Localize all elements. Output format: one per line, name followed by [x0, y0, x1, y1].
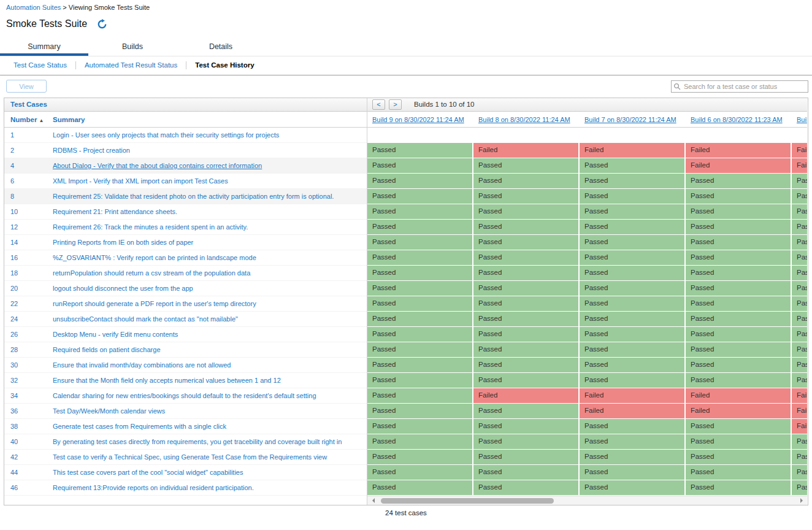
- build-column-header[interactable]: Build 7 on 8/30/2022 11:24 AM: [580, 112, 686, 127]
- build-column-header[interactable]: Build 9 on 8/30/2022 11:24 AM: [367, 112, 473, 127]
- build-column-header[interactable]: Build 8 on 8/30/2022 11:24 AM: [473, 112, 580, 127]
- test-case-history-grid: Test Cases Number▲ Summary 1Login - User…: [4, 98, 808, 505]
- tab-summary[interactable]: Summary: [0, 37, 88, 56]
- test-case-number[interactable]: 12: [10, 223, 18, 231]
- build-column-header[interactable]: Build 6 on 8/30/2022 11:23 AM: [686, 112, 792, 127]
- test-case-number[interactable]: 20: [10, 285, 18, 292]
- status-cell: Passed: [473, 434, 580, 450]
- build-column-header[interactable]: Build 5 on 8/30/2022 11:23 AM: [792, 112, 807, 127]
- test-case-number[interactable]: 1: [10, 131, 14, 139]
- test-case-link[interactable]: This test case covers part of the cool "…: [53, 469, 243, 476]
- test-case-link[interactable]: runReport should generate a PDF report i…: [53, 300, 256, 307]
- status-cell: Passed: [367, 250, 473, 266]
- test-case-link[interactable]: Printing Reports from IE on both sides o…: [53, 239, 193, 246]
- subtab-test-case-status[interactable]: Test Case Status: [5, 61, 76, 69]
- test-case-link[interactable]: returnPopulation should return a csv str…: [53, 269, 250, 277]
- status-cell: Passed: [792, 373, 807, 388]
- number-column-label: Number: [10, 116, 37, 123]
- test-case-link[interactable]: logout should disconnect the user from t…: [53, 285, 193, 292]
- test-case-number[interactable]: 32: [10, 377, 18, 384]
- breadcrumb-link-automation-suites[interactable]: Automation Suites: [6, 4, 61, 11]
- status-cell: Passed: [367, 358, 473, 373]
- test-case-link[interactable]: Desktop Menu - verify Edit menu contents: [53, 331, 178, 338]
- test-case-link[interactable]: Ensure that invalid month/day combinatio…: [53, 361, 231, 369]
- test-case-link[interactable]: RDBMS - Project creation: [53, 147, 130, 154]
- test-case-link[interactable]: Test case to verify a Technical Spec, us…: [53, 453, 327, 461]
- status-cell: Passed: [686, 266, 792, 281]
- number-column-header[interactable]: Number▲: [4, 112, 53, 127]
- scroll-right-icon[interactable]: [800, 498, 805, 503]
- test-case-link[interactable]: About Dialog - Verify that the about dia…: [53, 162, 262, 169]
- status-row: PassedPassedPassedPassedPassed: [367, 373, 807, 388]
- test-case-number[interactable]: 18: [10, 269, 18, 277]
- test-case-number[interactable]: 44: [10, 469, 18, 476]
- status-cell: Passed: [367, 220, 473, 235]
- test-case-number[interactable]: 40: [10, 438, 18, 445]
- test-case-number[interactable]: 34: [10, 392, 18, 399]
- status-cell: [686, 128, 792, 143]
- scrollbar-thumb[interactable]: [381, 498, 554, 504]
- scrollbar-track[interactable]: [377, 497, 798, 504]
- status-cell: Passed: [580, 312, 686, 327]
- status-cell: Passed: [792, 235, 807, 250]
- status-cell: Passed: [473, 250, 580, 266]
- test-case-number[interactable]: 14: [10, 239, 18, 246]
- test-case-number[interactable]: 16: [10, 254, 18, 261]
- summary-column-header[interactable]: Summary: [53, 112, 85, 127]
- test-case-number[interactable]: 22: [10, 300, 18, 307]
- test-case-link[interactable]: Ensure that the Month field only accepts…: [53, 377, 281, 384]
- test-case-link[interactable]: Requirement 21: Print attendance sheets.: [53, 208, 177, 215]
- test-case-link[interactable]: By generating test cases directly from r…: [53, 438, 342, 445]
- status-cell: Failed: [792, 404, 807, 419]
- test-case-number[interactable]: 2: [10, 147, 14, 154]
- test-case-number[interactable]: 38: [10, 423, 18, 430]
- test-case-number[interactable]: 8: [10, 193, 14, 200]
- test-case-number[interactable]: 4: [10, 162, 14, 169]
- test-case-link[interactable]: %Z_OSVARIANT% : Verify report can be pri…: [53, 254, 256, 261]
- test-case-link[interactable]: Requirement 13:Provide reports on indivi…: [53, 484, 254, 491]
- refresh-icon[interactable]: [97, 19, 107, 29]
- build-headers: Build 9 on 8/30/2022 11:24 AMBuild 8 on …: [367, 112, 807, 128]
- test-case-link[interactable]: Login - User sees only projects that mat…: [53, 131, 279, 139]
- tab-builds[interactable]: Builds: [88, 37, 177, 56]
- horizontal-scrollbar[interactable]: [367, 496, 807, 505]
- status-cell: Passed: [686, 235, 792, 250]
- test-case-number[interactable]: 6: [10, 177, 14, 185]
- status-cell: Passed: [686, 373, 792, 388]
- test-case-number[interactable]: 36: [10, 407, 18, 415]
- status-cell: Passed: [367, 388, 473, 404]
- scroll-left-icon[interactable]: [370, 498, 375, 503]
- test-case-number[interactable]: 42: [10, 453, 18, 461]
- test-case-link[interactable]: XML Import - Verify that XML import can …: [53, 177, 228, 185]
- subtab-automated-test-result-status[interactable]: Automated Test Result Status: [76, 61, 186, 69]
- view-button[interactable]: View: [6, 80, 47, 93]
- test-case-row: 16%Z_OSVARIANT% : Verify report can be p…: [4, 250, 367, 266]
- test-case-link[interactable]: Requirement 25: Validate that resident p…: [53, 193, 334, 200]
- status-cell: Passed: [792, 342, 807, 358]
- test-case-link[interactable]: Generate test cases from Requirements wi…: [53, 423, 226, 430]
- test-case-link[interactable]: Test Day/Week/Month calendar views: [53, 407, 165, 415]
- test-case-number[interactable]: 10: [10, 208, 18, 215]
- test-case-link[interactable]: Required fields on patient discharge: [53, 346, 161, 353]
- test-case-number[interactable]: 30: [10, 361, 18, 369]
- status-cell: Passed: [686, 358, 792, 373]
- test-case-number[interactable]: 46: [10, 484, 18, 491]
- prev-builds-button[interactable]: <: [372, 99, 385, 110]
- test-case-number[interactable]: 26: [10, 331, 18, 338]
- next-builds-button[interactable]: >: [389, 99, 402, 110]
- status-cell: Failed: [792, 388, 807, 404]
- test-case-link[interactable]: unsubscribeContact should mark the conta…: [53, 315, 238, 323]
- status-cell: Passed: [367, 480, 473, 496]
- test-case-link[interactable]: Calendar sharing for new entries/booking…: [53, 392, 316, 399]
- status-cell: Passed: [792, 465, 807, 480]
- subtab-test-case-history[interactable]: Test Case History: [186, 61, 262, 69]
- tab-details[interactable]: Details: [177, 37, 265, 56]
- test-case-link[interactable]: Requirement 26: Track the minutes a resi…: [53, 223, 248, 231]
- status-cell: Failed: [792, 143, 807, 158]
- status-cell: Passed: [580, 235, 686, 250]
- test-case-number[interactable]: 24: [10, 315, 18, 323]
- search-input[interactable]: [671, 80, 808, 93]
- status-cell: Passed: [686, 480, 792, 496]
- status-cell: Passed: [473, 281, 580, 296]
- test-case-number[interactable]: 28: [10, 346, 18, 353]
